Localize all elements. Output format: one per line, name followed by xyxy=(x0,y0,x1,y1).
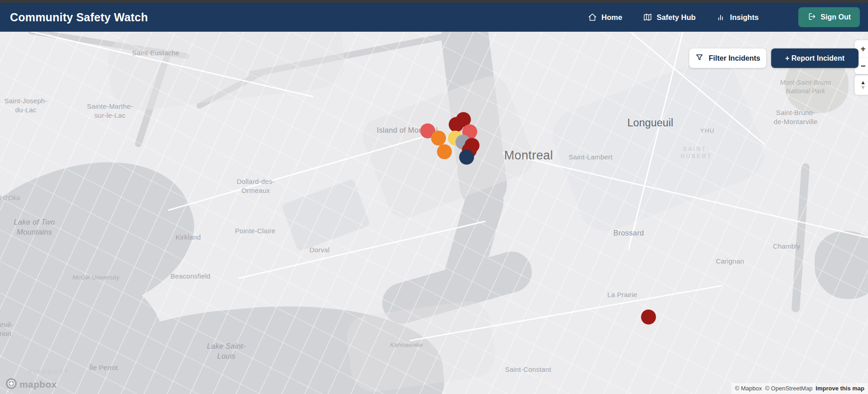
map-place-label: Carignan xyxy=(716,257,744,266)
map-canvas[interactable]: Saint-EustacheSaint-Joseph-du-LacSainte-… xyxy=(0,32,868,394)
incident-marker[interactable] xyxy=(459,150,474,165)
map-attribution: © Mapbox © OpenStreetMap Improve this ma… xyxy=(731,383,868,394)
app-header: Community Safety Watch Home Safety Hub I… xyxy=(0,3,868,32)
map-tilt-control[interactable]: ▲ ▼ xyxy=(854,75,868,95)
map-place-label: La Prairie xyxy=(607,290,637,299)
incident-marker[interactable] xyxy=(641,310,656,325)
sign-out-icon xyxy=(807,12,816,23)
attribution-mapbox[interactable]: © Mapbox xyxy=(735,385,762,392)
incident-marker[interactable] xyxy=(437,144,452,159)
map-place-label: Brossard xyxy=(613,228,644,238)
map-place-label: Kirkland xyxy=(176,233,201,242)
map-place-label: al d'Oka xyxy=(0,194,20,202)
map-place-label: Lake of TwoMountains xyxy=(14,217,55,237)
map-place-label: Sainte-Marthe-sur-le-Lac xyxy=(87,102,133,120)
map-place-label: Chambly xyxy=(773,242,801,251)
map-place-label: Saint-Constant xyxy=(505,365,551,374)
map-place-label: PINCOURT xyxy=(29,368,69,375)
home-icon xyxy=(588,13,597,22)
mapbox-logo-text: mapbox xyxy=(19,379,57,390)
report-incident-label: + Report Incident xyxy=(785,54,844,62)
mapbox-logo[interactable]: mapbox xyxy=(5,378,57,391)
map-place-label: Saint-Lambert xyxy=(569,153,613,162)
nav-safety-hub[interactable]: Safety Hub xyxy=(643,13,696,22)
map-icon xyxy=(643,13,652,22)
map-place-label: YHU xyxy=(700,127,715,135)
attribution-osm[interactable]: © OpenStreetMap xyxy=(765,385,812,392)
map-place-label: McGill University xyxy=(72,274,119,282)
map-place-label: SAINT-HUBERT xyxy=(681,145,712,160)
tilt-down-icon[interactable]: ▼ xyxy=(860,85,866,90)
filter-incidents-button[interactable]: Filter Incidents xyxy=(689,48,766,68)
bar-chart-icon xyxy=(716,13,725,22)
map-place-label: Lake Saint-Louis xyxy=(207,341,246,361)
incident-marker[interactable] xyxy=(431,131,446,146)
mapbox-logo-icon xyxy=(5,378,17,391)
funnel-icon xyxy=(695,53,704,63)
nav-home[interactable]: Home xyxy=(588,13,622,22)
map-place-label: Beaconsfield xyxy=(171,272,210,281)
road-grid-texture xyxy=(0,32,868,394)
map-place-label: Pointe-Claire xyxy=(235,226,275,235)
map-place-label: Saint-Joseph-du-Lac xyxy=(4,96,47,115)
map-place-label: Île Perrot xyxy=(90,363,118,372)
map-place-label: Saint-Eustache xyxy=(132,48,180,58)
map-place-label: Dorval xyxy=(310,245,330,255)
sign-out-button[interactable]: Sign Out xyxy=(798,7,860,27)
report-incident-button[interactable]: + Report Incident xyxy=(771,48,858,68)
nav-insights[interactable]: Insights xyxy=(716,13,758,22)
nav-insights-label: Insights xyxy=(730,13,758,22)
map-place-label: Dollard-des-Ormeaux xyxy=(237,177,275,196)
map-place-label: Kahnawake xyxy=(390,341,423,349)
app-title: Community Safety Watch xyxy=(10,11,148,24)
filter-incidents-label: Filter Incidents xyxy=(709,54,760,62)
incident-marker[interactable] xyxy=(449,117,464,132)
map-place-label: Longueuil xyxy=(627,116,673,130)
sign-out-label: Sign Out xyxy=(820,13,851,21)
map-place-label: reuil-rion xyxy=(0,320,13,339)
map-place-label: Montreal xyxy=(504,147,553,163)
attribution-improve-link[interactable]: Improve this map xyxy=(816,385,864,392)
nav-safety-hub-label: Safety Hub xyxy=(657,13,696,22)
main-nav: Home Safety Hub Insights Sign Out xyxy=(588,7,860,27)
map-place-label: Saint-Bruno-de-Montarville xyxy=(773,108,817,127)
map-place-label: Mont-Saint-BrunoNational Park xyxy=(780,78,831,96)
nav-home-label: Home xyxy=(601,13,622,22)
